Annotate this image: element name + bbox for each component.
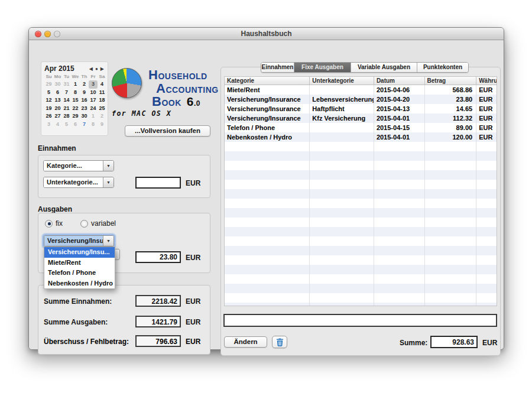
delete-button[interactable] — [272, 336, 287, 348]
table-row[interactable] — [225, 218, 497, 227]
calendar-day[interactable]: 7 — [62, 89, 71, 97]
menu-item[interactable]: Telefon / Phone — [44, 268, 115, 278]
calendar-day[interactable]: 15 — [71, 96, 80, 105]
tab-fixe-ausgaben[interactable]: Fixe Ausgaben — [294, 63, 351, 72]
table-row[interactable] — [225, 142, 497, 151]
tab-variable-ausgaben[interactable]: Variable Ausgaben — [351, 63, 417, 72]
calendar-day[interactable]: 8 — [71, 89, 80, 97]
calendar-next-icon[interactable]: ▶ — [99, 66, 105, 72]
weekday-label: Th — [80, 73, 89, 80]
chevron-down-icon[interactable]: ▼ — [103, 236, 113, 246]
calendar-day[interactable]: 27 — [53, 112, 62, 121]
calendar-day[interactable]: 5 — [44, 89, 53, 97]
column-header[interactable]: Unterkategorie — [310, 77, 374, 85]
calendar-day[interactable]: 7 — [80, 121, 89, 129]
calendar-day[interactable]: 14 — [62, 96, 71, 105]
calendar-day[interactable]: 3 — [44, 121, 53, 129]
calendar-today-icon[interactable]: ● — [94, 66, 99, 72]
table-row[interactable] — [225, 255, 497, 265]
income-category-dropdown[interactable]: Kategorie... ▼ — [43, 160, 114, 171]
calendar-day[interactable]: 29 — [44, 80, 53, 89]
table-row[interactable] — [225, 180, 497, 189]
table-row[interactable]: Telefon / Phone2015-04-1589.00EUR — [225, 123, 497, 132]
calendar-day[interactable]: 5 — [62, 121, 71, 129]
radio-fix[interactable] — [45, 220, 53, 228]
table-row[interactable] — [225, 161, 497, 170]
calendar-day[interactable]: 31 — [62, 80, 71, 89]
calendar-day[interactable]: 26 — [44, 112, 53, 121]
table-row[interactable] — [225, 189, 497, 199]
table-row[interactable] — [225, 208, 497, 218]
table-row[interactable] — [225, 151, 497, 161]
calendar-day[interactable]: 22 — [71, 105, 80, 113]
table-row[interactable] — [225, 303, 497, 306]
income-subcategory-dropdown[interactable]: Unterkategorie... ▼ — [43, 177, 114, 188]
calendar-day[interactable]: 4 — [98, 80, 106, 89]
sum-total-input[interactable] — [430, 336, 478, 348]
calendar-day[interactable]: 12 — [44, 96, 53, 105]
table-row[interactable] — [225, 236, 497, 246]
calendar-day[interactable]: 25 — [98, 105, 106, 113]
calendar-day[interactable]: 9 — [98, 121, 106, 129]
table-row[interactable] — [225, 199, 497, 208]
radio-variable[interactable] — [80, 220, 88, 228]
calendar-day[interactable]: 2 — [80, 80, 89, 89]
calendar-day[interactable]: 21 — [62, 105, 71, 113]
calendar-day[interactable]: 2 — [98, 112, 106, 121]
calendar-day[interactable]: 1 — [71, 80, 80, 89]
calendar-day[interactable]: 20 — [53, 105, 62, 113]
calendar-day[interactable]: 1 — [89, 112, 98, 121]
expense-category-dropdown[interactable]: Versicherung/Insurance ▼ — [44, 235, 114, 246]
table-row[interactable]: Versicherung/InsuranceKfz Versicherung20… — [225, 113, 497, 123]
buy-full-version-button[interactable]: ...Vollversion kaufen — [125, 125, 210, 137]
note-input[interactable] — [223, 314, 497, 327]
column-header[interactable]: Währung — [476, 77, 497, 85]
column-header[interactable]: Datum — [374, 77, 425, 85]
table-row[interactable] — [225, 265, 497, 274]
calendar-day[interactable]: 17 — [89, 96, 98, 105]
calendar-day[interactable]: 10 — [89, 89, 98, 97]
table-row[interactable] — [225, 246, 497, 255]
calendar-day[interactable]: 19 — [44, 105, 53, 113]
calendar-day[interactable]: 6 — [71, 121, 80, 129]
table-row[interactable] — [225, 274, 497, 284]
table-row[interactable]: Nebenkosten / Hydro2015-04-01120.00EUR — [225, 132, 497, 142]
calendar-day[interactable]: 3 — [89, 80, 98, 89]
calendar-day[interactable]: 28 — [62, 112, 71, 121]
column-header[interactable]: Kategorie — [225, 77, 310, 85]
calendar-day[interactable]: 24 — [89, 105, 98, 113]
tab-einnahmen[interactable]: Einnahmen — [261, 63, 294, 72]
calendar-day[interactable]: 18 — [98, 96, 106, 105]
table-row[interactable] — [225, 170, 497, 180]
table-row[interactable] — [225, 293, 497, 303]
calendar-day[interactable]: 8 — [89, 121, 98, 129]
table-row[interactable] — [225, 227, 497, 236]
calendar-day[interactable]: 11 — [98, 89, 106, 97]
calendar-day[interactable]: 23 — [80, 105, 89, 113]
calendar-day[interactable]: 30 — [53, 80, 62, 89]
calendar-day[interactable]: 6 — [53, 89, 62, 97]
table-row[interactable]: Versicherung/InsuranceHaftpflicht2015-04… — [225, 104, 497, 113]
table-row[interactable]: Miete/Rent2015-04-06568.86EUR — [225, 85, 497, 95]
calendar-day[interactable]: 16 — [80, 96, 89, 105]
calendar-widget[interactable]: Apr 2015 ◀ ● ▶ SuMoTuWeThFrSa 2930311234… — [41, 61, 108, 136]
income-amount-input[interactable] — [135, 177, 181, 189]
chevron-down-icon[interactable]: ▼ — [103, 161, 113, 171]
title-bar[interactable]: Haushaltsbuch — [29, 28, 504, 40]
calendar-day[interactable]: 30 — [80, 112, 89, 121]
calendar-day[interactable]: 9 — [80, 89, 89, 97]
calendar-day[interactable]: 29 — [71, 112, 80, 121]
calendar-prev-icon[interactable]: ◀ — [88, 66, 94, 72]
table-row[interactable]: Versicherung/InsuranceLebensversicherung… — [225, 95, 497, 104]
table-row[interactable] — [225, 284, 497, 293]
menu-item[interactable]: Versicherung/Insu... — [44, 247, 115, 258]
menu-item[interactable]: Miete/Rent — [44, 258, 115, 268]
chevron-down-icon[interactable]: ▼ — [103, 177, 113, 187]
tab-punktekonten[interactable]: Punktekonten — [417, 63, 468, 72]
edit-button[interactable]: Ändern — [224, 336, 267, 348]
calendar-day[interactable]: 4 — [53, 121, 62, 129]
menu-item[interactable]: Nebenkosten / Hydro — [44, 278, 115, 289]
calendar-day[interactable]: 13 — [53, 96, 62, 105]
expense-amount-input[interactable] — [135, 251, 181, 263]
column-header[interactable]: Betrag — [425, 77, 477, 85]
